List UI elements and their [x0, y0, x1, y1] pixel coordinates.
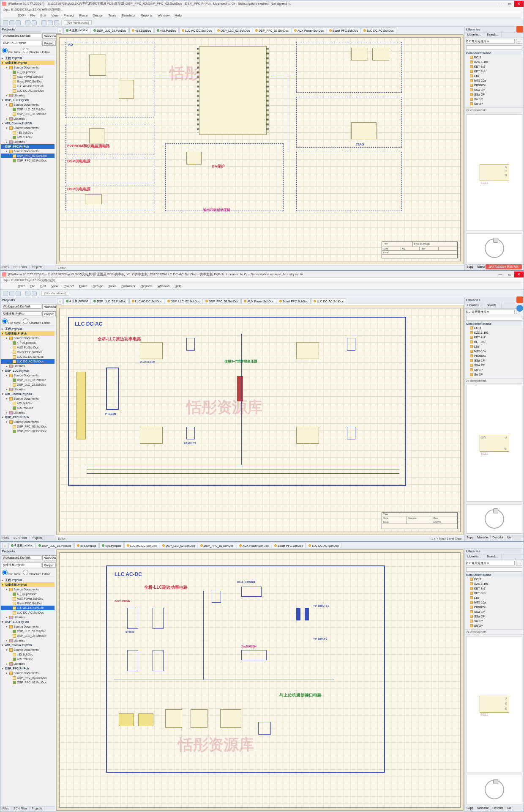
component-item[interactable]: EC11 [465, 577, 524, 582]
document-tab[interactable]: LLC DC-AC.SchDoc [311, 298, 346, 304]
component-item[interactable]: KZD.1-101 [465, 330, 524, 335]
library-select[interactable] [466, 39, 515, 44]
tree-item[interactable]: LLC AC-DC.SchDoc [1, 84, 55, 88]
toolbar-icon[interactable] [16, 291, 21, 296]
toolbar[interactable]: [No Variations] [0, 19, 524, 27]
maximize-button[interactable]: ▭ [505, 272, 514, 277]
libraries-tabs[interactable]: Libraries...Search... [465, 303, 524, 309]
component-item[interactable]: Sw 3P [465, 372, 524, 377]
panel-tab[interactable]: SCH Filter [11, 265, 30, 270]
document-tab[interactable]: 4 主板.pcbdoc [63, 298, 90, 304]
component-list[interactable]: Component NameEC11KZD.1-101KET 7x7KET 8x… [465, 573, 524, 630]
tree-item[interactable]: 485.SchDoc [1, 652, 55, 657]
panel-tab[interactable]: Files [0, 536, 11, 541]
panel-bottom-tabs[interactable]: FilesSCH FilterProjects [0, 265, 55, 270]
menu-bar[interactable]: DXPFileEditViewProjectPlaceDesignToolsSi… [0, 12, 524, 19]
document-tab[interactable]: DSP_LLC_02.PcbDoc [91, 27, 128, 33]
tree-item[interactable]: ▾Source Documents [1, 396, 55, 401]
document-tab[interactable]: LLC DC-AC.SchDoc [361, 27, 396, 33]
tree-item[interactable]: DSP_LLC_02.PcbDoc [1, 107, 55, 112]
menu-project[interactable]: Project [61, 14, 76, 17]
tree-item[interactable]: DSP_LLC_02.SchDoc [1, 634, 55, 638]
component-item[interactable]: KET 8x9 [465, 69, 524, 74]
schematic-canvas[interactable]: 恬彤资源库 LLC DC-AC 全桥-LLC原边功率电路 PT101N VLA5… [56, 305, 464, 535]
component-item[interactable]: SSw 2P [465, 363, 524, 368]
tree-item[interactable]: 485.PcbDoc [1, 406, 55, 410]
document-tab[interactable]: AUX Power.SchDoc [292, 27, 326, 33]
tree-item[interactable]: 485.PcbDoc [1, 657, 55, 661]
tree-item[interactable]: ▸工程.PrjPCB [1, 326, 55, 331]
tree-item[interactable]: ▾Source Documents [1, 126, 55, 130]
project-tree[interactable]: ▸工程.PrjPCB▾功率主板.PrjPcb▾Source Documents4… [0, 55, 55, 265]
project-button[interactable]: Project [42, 41, 56, 46]
tree-item[interactable]: ▸Libraries [1, 615, 55, 620]
document-tab[interactable]: LLC AC-DC.SchDoc [124, 543, 159, 548]
tree-item[interactable]: ▸Libraries [1, 93, 55, 98]
toolbar-icon[interactable] [32, 20, 37, 25]
component-item[interactable]: KET 7x7 [465, 64, 524, 69]
document-tab[interactable]: DSP_LLC_02.SchDoc [215, 27, 252, 33]
project-field[interactable] [2, 311, 41, 316]
toolbar-icon[interactable] [9, 20, 14, 25]
document-tab[interactable]: Boost PFC.SchDoc [277, 298, 311, 304]
toolbar-icon[interactable] [16, 20, 21, 25]
menu-tools[interactable]: Tools [106, 284, 118, 288]
tree-item[interactable]: ▾功率主板.PrjPcb [1, 582, 55, 587]
document-tab[interactable]: DSP_LLC_02.SchDoc [160, 543, 197, 548]
tree-item[interactable]: AUX Po.SchDoc [1, 345, 55, 350]
component-item[interactable]: SSw 1P [465, 358, 524, 363]
tree-item[interactable]: ▾功率主板.PrjPcb [1, 60, 55, 65]
lib-button[interactable]: ⋯ [516, 39, 522, 44]
document-tab[interactable]: 485.PcbDoc [99, 543, 124, 548]
titlebar[interactable]: (Platform 10.577.22514) - E:\20210729\yc… [0, 271, 524, 278]
tree-item[interactable]: DSP_LLC_02.PcbDoc [1, 378, 55, 382]
lib-bottom-tab[interactable]: Supp [465, 535, 475, 541]
menu-window[interactable]: Window [156, 284, 172, 288]
document-tab[interactable]: DSP_LLC_02.PcbDoc [91, 298, 128, 304]
component-item[interactable]: SSw 2P [465, 92, 524, 97]
component-item[interactable]: KET 8x9 [465, 591, 524, 595]
menu-tools[interactable]: Tools [106, 14, 118, 17]
component-item[interactable]: LTw [465, 595, 524, 600]
component-item[interactable]: PB0185L [465, 605, 524, 609]
menu-view[interactable]: View [49, 284, 60, 288]
component-search[interactable] [466, 45, 522, 50]
menu-edit[interactable]: Edit [38, 284, 48, 288]
menu-bar[interactable]: DXPFileEditViewProjectPlaceDesignToolsSi… [0, 283, 524, 290]
document-tab[interactable]: DSP_PFC_02.SchDoc [203, 298, 241, 304]
menu-dxp[interactable]: DXP [16, 284, 27, 288]
component-item[interactable]: KET 7x7 [465, 586, 524, 591]
tree-item[interactable]: ▾DSP_LLC.PrjPcb [1, 98, 55, 102]
project-tree[interactable]: ▸工程.PrjPCB▾功率主板.PrjPcb▾Source Documents4… [0, 577, 55, 806]
lib-bottom-tab[interactable]: Un [505, 806, 513, 812]
menu-edit[interactable]: Edit [38, 14, 48, 17]
tree-item[interactable]: LLC AC-DC.SchDoc [1, 606, 55, 610]
panel-tab[interactable]: Files [0, 807, 11, 812]
menu-dxp[interactable]: DXP [16, 14, 27, 17]
tree-item[interactable]: DSP_LLC_02.PcbDoc [1, 629, 55, 634]
lib-bottom-tab[interactable]: Descript [491, 535, 505, 541]
menu-reports[interactable]: Reports [139, 284, 155, 288]
lib-bottom-tab[interactable]: Manufac [475, 535, 491, 541]
menu-window[interactable]: Window [156, 14, 172, 17]
schematic-canvas[interactable]: 恬彤资源库 LLC AC-DC 全桥-LLC副边功率电路 60PU/80A ST… [56, 549, 464, 811]
lib-bottom-tab[interactable]: Supp [465, 265, 475, 270]
tree-item[interactable]: 485.PcbDoc [1, 135, 55, 140]
component-item[interactable]: LTw [465, 344, 524, 349]
toast-notification[interactable]: BAT7365284 系统消息 [486, 264, 522, 269]
tree-item[interactable]: ▸Libraries [1, 410, 55, 415]
tree-item[interactable]: ▸工程.PrjPCB [1, 578, 55, 582]
panel-tab[interactable]: SCH Filter [11, 536, 30, 541]
tree-item[interactable]: ▸Libraries [1, 140, 55, 144]
tree-item[interactable]: ▸Libraries [1, 116, 55, 121]
component-item[interactable]: SSw 1P [465, 609, 524, 614]
panel-tab[interactable]: Files [0, 265, 11, 270]
component-item[interactable]: KET 7x7 [465, 335, 524, 340]
document-tab[interactable]: Boost PFC.SchDoc [272, 543, 306, 548]
minimize-button[interactable]: — [496, 1, 505, 7]
component-item[interactable]: Sw 3P [465, 102, 524, 106]
tree-item[interactable]: 4 主板.pcbdoc [1, 592, 55, 596]
component-list[interactable]: Component NameEC11KZD.1-101KET 7x7KET 8x… [465, 321, 524, 379]
component-item[interactable]: PB0185L [465, 354, 524, 358]
component-search[interactable] [466, 316, 522, 321]
